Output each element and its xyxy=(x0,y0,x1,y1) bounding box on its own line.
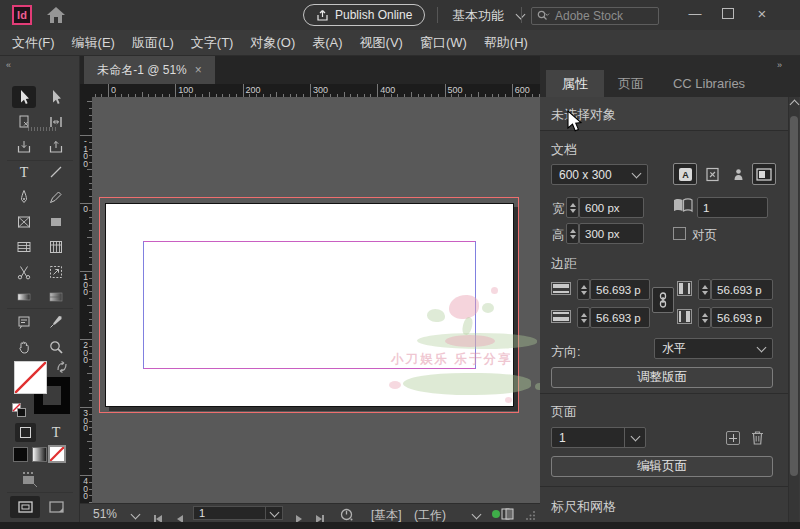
intent-export-button[interactable] xyxy=(700,163,724,185)
orientation-dropdown[interactable]: 水平 xyxy=(654,338,773,359)
vertical-ruler[interactable]: - 1 0 001 0 02 0 03 0 04 0 0 xyxy=(80,97,92,503)
canvas-viewport[interactable]: 小刀娱乐 乐于分享 xyxy=(92,97,540,503)
tool-gradient[interactable] xyxy=(12,286,36,308)
tool-scissors[interactable] xyxy=(12,261,36,283)
tool-type[interactable]: T xyxy=(12,161,36,183)
tab-cc-libraries[interactable]: CC Libraries xyxy=(658,70,760,97)
zoom-level[interactable]: 51% xyxy=(93,507,117,521)
tab-properties[interactable]: 属性 xyxy=(546,70,604,97)
selection-status: 未选择对象 xyxy=(551,106,616,124)
workspace-switcher[interactable]: 基本功能 xyxy=(452,7,504,25)
margin-left-stepper[interactable] xyxy=(698,279,711,300)
resize-grip-icon[interactable] xyxy=(526,510,536,520)
window-maximize-button[interactable] xyxy=(714,3,742,23)
apply-gradient-button[interactable] xyxy=(32,447,47,462)
menu-item-1[interactable]: 文件(F) xyxy=(12,34,55,52)
panel-scrollbar-thumb[interactable] xyxy=(790,116,798,476)
link-margins-button[interactable] xyxy=(652,287,674,313)
add-page-button[interactable] xyxy=(726,431,740,445)
format-container-button[interactable] xyxy=(15,423,36,442)
apply-none-button[interactable] xyxy=(48,445,66,463)
menu-item-9[interactable]: 帮助(H) xyxy=(484,34,528,52)
tool-selection[interactable] xyxy=(12,86,36,108)
default-fill-stroke-icon[interactable] xyxy=(12,403,26,417)
format-text-button[interactable]: T xyxy=(46,423,66,442)
screen-mode-preview-button[interactable] xyxy=(45,498,67,516)
tool-frame[interactable] xyxy=(12,211,36,233)
page-number-field[interactable]: 1 xyxy=(193,506,283,520)
tool-hand[interactable] xyxy=(12,336,36,358)
document-preset-dropdown[interactable]: 600 x 300 xyxy=(551,164,648,185)
home-icon[interactable] xyxy=(45,5,67,25)
intent-mobile-button[interactable] xyxy=(726,163,750,185)
delete-page-button[interactable] xyxy=(751,430,764,445)
window-minimize-button[interactable]: — xyxy=(681,3,709,23)
margin-top-stepper[interactable] xyxy=(577,279,590,300)
adjust-layout-button[interactable]: 调整版面 xyxy=(551,367,773,388)
margin-top-field[interactable]: 56.693 p xyxy=(590,279,650,300)
apply-color-button[interactable] xyxy=(13,447,28,462)
tool-content-placer[interactable] xyxy=(44,136,68,158)
facing-pages-checkbox[interactable] xyxy=(673,227,686,240)
page-list-chevron-icon[interactable] xyxy=(265,507,282,519)
tool-eyedropper[interactable] xyxy=(44,311,68,333)
tool-page[interactable] xyxy=(12,111,36,133)
menu-item-7[interactable]: 视图(V) xyxy=(360,34,403,52)
fill-swatch-none[interactable] xyxy=(14,361,47,394)
height-stepper[interactable] xyxy=(566,223,579,244)
zoom-chevron-icon[interactable] xyxy=(131,510,141,520)
menu-item-2[interactable]: 编辑(E) xyxy=(72,34,115,52)
collapse-tools-icon[interactable]: « xyxy=(6,60,10,70)
menu-item-8[interactable]: 窗口(W) xyxy=(420,34,467,52)
margin-left-field[interactable]: 56.693 p xyxy=(711,279,773,300)
width-field[interactable]: 600 px xyxy=(579,197,644,218)
view-options-icon[interactable] xyxy=(19,471,39,488)
margin-right-stepper[interactable] xyxy=(698,307,711,328)
edit-pages-button[interactable]: 编辑页面 xyxy=(551,456,773,477)
publish-online-button[interactable]: Publish Online xyxy=(303,4,425,26)
search-placeholder: Adobe Stock xyxy=(555,9,623,23)
page-count-field[interactable]: 1 xyxy=(697,197,768,218)
tool-line[interactable] xyxy=(44,161,68,183)
horizontal-ruler[interactable]: 0100200300400500600 xyxy=(92,84,540,97)
margin-right-field[interactable]: 56.693 p xyxy=(711,307,773,328)
width-stepper[interactable] xyxy=(566,197,579,218)
tab-pages[interactable]: 页面 xyxy=(604,70,658,97)
screen-mode-normal-button[interactable] xyxy=(10,496,40,518)
height-field[interactable]: 300 px xyxy=(579,223,644,244)
search-input[interactable]: Adobe Stock xyxy=(531,7,659,25)
current-page-dropdown[interactable]: 1 xyxy=(551,427,646,448)
tool-gap[interactable] xyxy=(44,111,68,133)
tab-close-icon[interactable]: × xyxy=(195,63,202,77)
menu-item-6[interactable]: 表(A) xyxy=(312,34,342,52)
tool-pencil[interactable] xyxy=(44,186,68,208)
preflight-chevron-icon[interactable] xyxy=(472,510,482,520)
tool-gradient-feather[interactable] xyxy=(44,286,68,308)
preflight-status-icon[interactable] xyxy=(492,508,514,520)
tool-pen[interactable] xyxy=(12,186,36,208)
intent-landscape-button[interactable] xyxy=(752,163,776,185)
tool-rectangle[interactable] xyxy=(44,211,68,233)
ruler-origin-box[interactable] xyxy=(80,84,92,97)
swap-fill-stroke-icon[interactable] xyxy=(55,360,69,374)
intent-a-button[interactable]: A xyxy=(673,163,697,185)
tool-free-transform[interactable] xyxy=(44,261,68,283)
preflight-gauge-icon[interactable] xyxy=(340,508,353,521)
tool-zoom[interactable] xyxy=(44,336,68,358)
menu-item-3[interactable]: 版面(L) xyxy=(132,34,174,52)
menu-item-5[interactable]: 对象(O) xyxy=(250,34,295,52)
document-tab[interactable]: 未命名-1 @ 51% × xyxy=(84,56,215,84)
tool-direct-selection[interactable] xyxy=(44,86,68,108)
window-close-button[interactable]: × xyxy=(748,3,776,23)
tool-vertical-grid[interactable] xyxy=(44,236,68,258)
tool-note[interactable] xyxy=(12,311,36,333)
menu-item-4[interactable]: 文字(T) xyxy=(191,34,234,52)
page-dropdown-chevron-icon[interactable] xyxy=(624,428,645,447)
scroll-up-icon[interactable] xyxy=(790,100,800,110)
margin-bottom-stepper[interactable] xyxy=(577,307,590,328)
tool-content-collector[interactable] xyxy=(12,136,36,158)
upload-icon xyxy=(316,9,329,22)
expand-panel-icon[interactable]: » xyxy=(777,60,781,70)
tool-horizontal-grid[interactable] xyxy=(12,236,36,258)
margin-bottom-field[interactable]: 56.693 p xyxy=(590,307,650,328)
